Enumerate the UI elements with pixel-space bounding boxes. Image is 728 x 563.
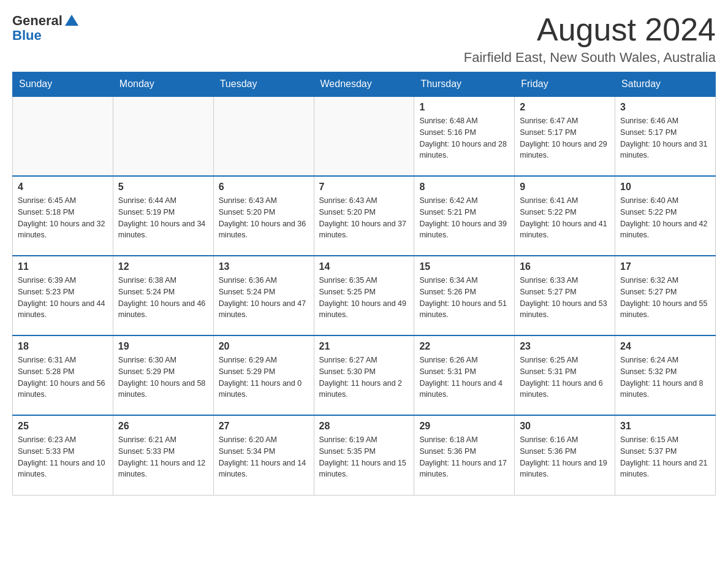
- day-info: Sunrise: 6:24 AMSunset: 5:32 PMDaylight:…: [620, 354, 710, 400]
- day-info: Sunrise: 6:44 AMSunset: 5:19 PMDaylight:…: [118, 195, 208, 241]
- calendar-cell: 3Sunrise: 6:46 AMSunset: 5:17 PMDaylight…: [615, 96, 716, 176]
- calendar-cell: [13, 96, 113, 176]
- day-info: Sunrise: 6:42 AMSunset: 5:21 PMDaylight:…: [419, 195, 509, 241]
- calendar-cell: 4Sunrise: 6:45 AMSunset: 5:18 PMDaylight…: [13, 176, 113, 256]
- day-number: 3: [620, 102, 710, 113]
- calendar-day-header: Sunday: [13, 72, 113, 97]
- calendar-cell: 17Sunrise: 6:32 AMSunset: 5:27 PMDayligh…: [615, 256, 716, 335]
- day-number: 14: [319, 261, 409, 272]
- day-number: 5: [118, 182, 208, 193]
- calendar-cell: 31Sunrise: 6:15 AMSunset: 5:37 PMDayligh…: [615, 415, 716, 495]
- location-subtitle: Fairfield East, New South Wales, Austral…: [464, 50, 716, 66]
- day-number: 6: [219, 182, 309, 193]
- calendar-cell: 16Sunrise: 6:33 AMSunset: 5:27 PMDayligh…: [515, 256, 615, 335]
- calendar-table: SundayMondayTuesdayWednesdayThursdayFrid…: [12, 72, 716, 496]
- day-info: Sunrise: 6:43 AMSunset: 5:20 PMDaylight:…: [319, 195, 409, 241]
- calendar-cell: [314, 96, 414, 176]
- day-info: Sunrise: 6:41 AMSunset: 5:22 PMDaylight:…: [520, 195, 610, 241]
- calendar-cell: 20Sunrise: 6:29 AMSunset: 5:29 PMDayligh…: [213, 335, 314, 415]
- calendar-day-header: Friday: [515, 72, 615, 97]
- day-info: Sunrise: 6:30 AMSunset: 5:29 PMDaylight:…: [118, 354, 208, 400]
- day-number: 27: [219, 421, 309, 432]
- calendar-cell: 26Sunrise: 6:21 AMSunset: 5:33 PMDayligh…: [113, 415, 213, 495]
- day-info: Sunrise: 6:27 AMSunset: 5:30 PMDaylight:…: [319, 354, 409, 400]
- day-info: Sunrise: 6:19 AMSunset: 5:35 PMDaylight:…: [319, 434, 409, 480]
- calendar-cell: 30Sunrise: 6:16 AMSunset: 5:36 PMDayligh…: [515, 415, 615, 495]
- calendar-cell: 22Sunrise: 6:26 AMSunset: 5:31 PMDayligh…: [414, 335, 515, 415]
- day-number: 8: [419, 182, 509, 193]
- page-header: General Blue August 2024 Fairfield East,…: [12, 12, 716, 66]
- day-info: Sunrise: 6:26 AMSunset: 5:31 PMDaylight:…: [419, 354, 509, 400]
- day-info: Sunrise: 6:21 AMSunset: 5:33 PMDaylight:…: [118, 434, 208, 480]
- calendar-cell: 19Sunrise: 6:30 AMSunset: 5:29 PMDayligh…: [113, 335, 213, 415]
- day-number: 29: [419, 421, 509, 432]
- calendar-day-header: Thursday: [414, 72, 515, 97]
- calendar-cell: [213, 96, 314, 176]
- day-info: Sunrise: 6:47 AMSunset: 5:17 PMDaylight:…: [520, 115, 610, 161]
- day-info: Sunrise: 6:15 AMSunset: 5:37 PMDaylight:…: [620, 434, 710, 480]
- day-info: Sunrise: 6:46 AMSunset: 5:17 PMDaylight:…: [620, 115, 710, 161]
- day-number: 19: [118, 341, 208, 352]
- calendar-week-row: 1Sunrise: 6:48 AMSunset: 5:16 PMDaylight…: [13, 96, 716, 176]
- day-info: Sunrise: 6:33 AMSunset: 5:27 PMDaylight:…: [520, 275, 610, 321]
- day-number: 24: [620, 341, 710, 352]
- calendar-cell: 1Sunrise: 6:48 AMSunset: 5:16 PMDaylight…: [414, 96, 515, 176]
- day-number: 25: [18, 421, 108, 432]
- day-number: 21: [319, 341, 409, 352]
- day-info: Sunrise: 6:38 AMSunset: 5:24 PMDaylight:…: [118, 275, 208, 321]
- day-info: Sunrise: 6:29 AMSunset: 5:29 PMDaylight:…: [219, 354, 309, 400]
- calendar-cell: 9Sunrise: 6:41 AMSunset: 5:22 PMDaylight…: [515, 176, 615, 256]
- day-number: 23: [520, 341, 610, 352]
- day-number: 16: [520, 261, 610, 272]
- day-info: Sunrise: 6:43 AMSunset: 5:20 PMDaylight:…: [219, 195, 309, 241]
- calendar-cell: 24Sunrise: 6:24 AMSunset: 5:32 PMDayligh…: [615, 335, 716, 415]
- calendar-cell: 8Sunrise: 6:42 AMSunset: 5:21 PMDaylight…: [414, 176, 515, 256]
- logo-triangle-icon: [65, 13, 78, 27]
- calendar-cell: 7Sunrise: 6:43 AMSunset: 5:20 PMDaylight…: [314, 176, 414, 256]
- logo-general-text: General: [12, 14, 63, 28]
- calendar-day-header: Saturday: [615, 72, 716, 97]
- calendar-cell: 28Sunrise: 6:19 AMSunset: 5:35 PMDayligh…: [314, 415, 414, 495]
- calendar-cell: 2Sunrise: 6:47 AMSunset: 5:17 PMDaylight…: [515, 96, 615, 176]
- day-number: 26: [118, 421, 208, 432]
- day-info: Sunrise: 6:34 AMSunset: 5:26 PMDaylight:…: [419, 275, 509, 321]
- day-info: Sunrise: 6:31 AMSunset: 5:28 PMDaylight:…: [18, 354, 108, 400]
- logo: General Blue: [12, 12, 78, 42]
- day-info: Sunrise: 6:39 AMSunset: 5:23 PMDaylight:…: [18, 275, 108, 321]
- day-number: 18: [18, 341, 108, 352]
- day-number: 10: [620, 182, 710, 193]
- day-number: 2: [520, 102, 610, 113]
- calendar-week-row: 18Sunrise: 6:31 AMSunset: 5:28 PMDayligh…: [13, 335, 716, 415]
- calendar-cell: 27Sunrise: 6:20 AMSunset: 5:34 PMDayligh…: [213, 415, 314, 495]
- day-info: Sunrise: 6:20 AMSunset: 5:34 PMDaylight:…: [219, 434, 309, 480]
- calendar-cell: 29Sunrise: 6:18 AMSunset: 5:36 PMDayligh…: [414, 415, 515, 495]
- day-number: 12: [118, 261, 208, 272]
- calendar-cell: 15Sunrise: 6:34 AMSunset: 5:26 PMDayligh…: [414, 256, 515, 335]
- calendar-week-row: 25Sunrise: 6:23 AMSunset: 5:33 PMDayligh…: [13, 415, 716, 495]
- calendar-cell: 14Sunrise: 6:35 AMSunset: 5:25 PMDayligh…: [314, 256, 414, 335]
- calendar-cell: 25Sunrise: 6:23 AMSunset: 5:33 PMDayligh…: [13, 415, 113, 495]
- day-number: 7: [319, 182, 409, 193]
- day-info: Sunrise: 6:48 AMSunset: 5:16 PMDaylight:…: [419, 115, 509, 161]
- day-number: 9: [520, 182, 610, 193]
- calendar-cell: [113, 96, 213, 176]
- day-number: 22: [419, 341, 509, 352]
- calendar-cell: 12Sunrise: 6:38 AMSunset: 5:24 PMDayligh…: [113, 256, 213, 335]
- calendar-cell: 18Sunrise: 6:31 AMSunset: 5:28 PMDayligh…: [13, 335, 113, 415]
- day-number: 13: [219, 261, 309, 272]
- day-info: Sunrise: 6:16 AMSunset: 5:36 PMDaylight:…: [520, 434, 610, 480]
- day-number: 31: [620, 421, 710, 432]
- svg-marker-0: [65, 15, 78, 26]
- calendar-week-row: 11Sunrise: 6:39 AMSunset: 5:23 PMDayligh…: [13, 256, 716, 335]
- day-info: Sunrise: 6:32 AMSunset: 5:27 PMDaylight:…: [620, 275, 710, 321]
- calendar-day-header: Wednesday: [314, 72, 414, 97]
- day-info: Sunrise: 6:45 AMSunset: 5:18 PMDaylight:…: [18, 195, 108, 241]
- logo-blue-text: Blue: [12, 29, 78, 42]
- calendar-header-row: SundayMondayTuesdayWednesdayThursdayFrid…: [13, 72, 716, 97]
- day-number: 17: [620, 261, 710, 272]
- day-number: 28: [319, 421, 409, 432]
- day-info: Sunrise: 6:25 AMSunset: 5:31 PMDaylight:…: [520, 354, 610, 400]
- day-number: 20: [219, 341, 309, 352]
- day-number: 1: [419, 102, 509, 113]
- calendar-day-header: Tuesday: [213, 72, 314, 97]
